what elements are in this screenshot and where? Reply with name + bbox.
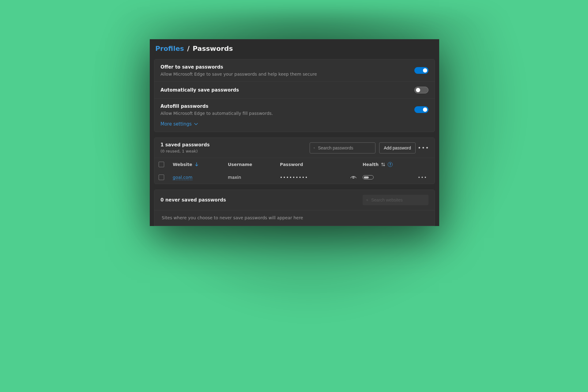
saved-passwords-header: 1 saved passwords (0 reused, 1 weak) Add… bbox=[154, 138, 435, 158]
autofill-title: Autofill passwords bbox=[160, 104, 414, 109]
never-saved-header: 0 never saved passwords bbox=[154, 190, 435, 210]
reveal-password-button[interactable] bbox=[344, 175, 363, 179]
sort-updown-icon bbox=[381, 162, 385, 167]
svg-point-2 bbox=[353, 177, 354, 179]
row-password-mask: ••••••••• bbox=[280, 175, 344, 180]
search-never-saved-input bbox=[371, 198, 425, 202]
more-settings-label: More settings bbox=[160, 121, 192, 127]
row-website-link[interactable]: goal.com bbox=[173, 175, 192, 180]
sort-asc-icon bbox=[195, 162, 198, 167]
offer-save-row: Offer to save passwords Allow Microsoft … bbox=[154, 59, 435, 82]
svg-line-1 bbox=[315, 148, 315, 148]
row-username: maxin bbox=[228, 175, 280, 180]
breadcrumb: Profiles / Passwords bbox=[150, 39, 439, 59]
chevron-down-icon bbox=[194, 122, 198, 126]
saved-count-label: 1 saved passwords bbox=[160, 142, 310, 148]
offer-save-title: Offer to save passwords bbox=[160, 64, 414, 70]
offer-save-sub: Allow Microsoft Edge to save your passwo… bbox=[160, 72, 414, 77]
health-indicator-icon bbox=[363, 175, 374, 179]
auto-save-row: Automatically save passwords bbox=[154, 82, 435, 99]
breadcrumb-current: Passwords bbox=[193, 45, 233, 52]
row-checkbox[interactable] bbox=[159, 175, 164, 180]
column-username: Username bbox=[228, 162, 252, 167]
column-website[interactable]: Website bbox=[173, 162, 192, 167]
saved-passwords-card: 1 saved passwords (0 reused, 1 weak) Add… bbox=[154, 138, 435, 184]
autofill-row: Autofill passwords Allow Microsoft Edge … bbox=[154, 99, 435, 118]
more-settings-expander[interactable]: More settings bbox=[154, 118, 435, 132]
auto-save-toggle[interactable] bbox=[414, 87, 428, 93]
breadcrumb-root-link[interactable]: Profiles bbox=[155, 45, 184, 52]
autofill-sub: Allow Microsoft Edge to automatically fi… bbox=[160, 111, 414, 116]
search-icon bbox=[314, 145, 315, 150]
select-all-checkbox[interactable] bbox=[159, 162, 164, 167]
saved-substat-label: (0 reused, 1 weak) bbox=[160, 149, 310, 153]
search-never-saved-field bbox=[363, 195, 428, 205]
password-options-card: Offer to save passwords Allow Microsoft … bbox=[154, 59, 435, 132]
saved-passwords-more-button[interactable]: ••• bbox=[419, 142, 428, 153]
column-password: Password bbox=[280, 162, 303, 167]
password-row: goal.com maxin ••••••••• ••• bbox=[154, 171, 435, 184]
never-saved-count-label: 0 never saved passwords bbox=[160, 197, 363, 203]
search-passwords-field[interactable] bbox=[310, 142, 375, 153]
row-more-button[interactable]: ••• bbox=[418, 175, 430, 180]
health-help-icon[interactable]: ? bbox=[388, 162, 393, 167]
passwords-table-header: Website Username Password Health ? bbox=[154, 158, 435, 171]
never-saved-desc: Sites where you choose to never save pas… bbox=[154, 210, 435, 226]
autofill-toggle[interactable] bbox=[414, 106, 428, 113]
auto-save-title: Automatically save passwords bbox=[160, 87, 414, 93]
column-health[interactable]: Health bbox=[363, 162, 379, 167]
offer-save-toggle[interactable] bbox=[414, 67, 428, 74]
search-icon bbox=[366, 198, 368, 202]
never-saved-card: 0 never saved passwords Sites where you … bbox=[154, 190, 435, 226]
search-passwords-input[interactable] bbox=[318, 145, 371, 150]
add-password-button[interactable]: Add password bbox=[379, 142, 416, 153]
passwords-settings-panel: Profiles / Passwords Offer to save passw… bbox=[150, 39, 439, 226]
svg-line-4 bbox=[368, 200, 368, 201]
breadcrumb-separator: / bbox=[187, 45, 190, 52]
